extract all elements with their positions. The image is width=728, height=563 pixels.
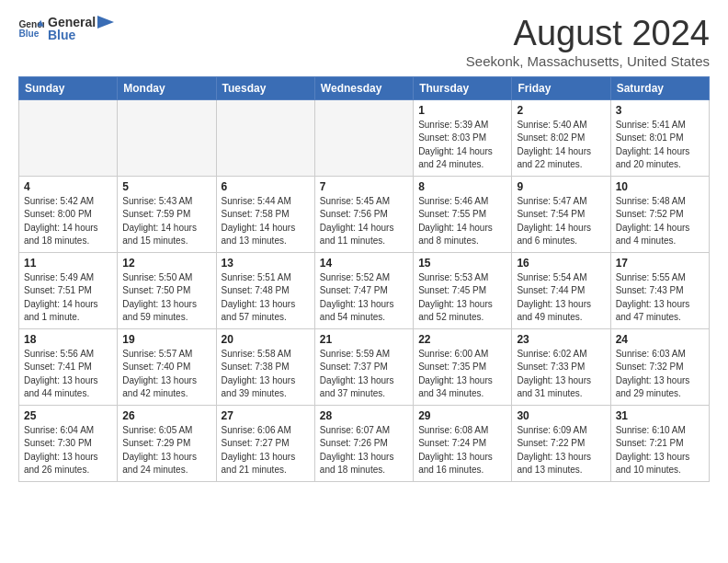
calendar-cell: 17Sunrise: 5:55 AM Sunset: 7:43 PM Dayli… xyxy=(610,252,709,328)
calendar-cell: 15Sunrise: 5:53 AM Sunset: 7:45 PM Dayli… xyxy=(414,252,512,328)
day-header-monday: Monday xyxy=(118,76,216,99)
cell-date: 8 xyxy=(418,180,506,193)
cell-date: 21 xyxy=(320,333,408,346)
calendar-cell xyxy=(314,99,413,176)
cell-info: Sunrise: 5:51 AM Sunset: 7:48 PM Dayligh… xyxy=(222,271,310,325)
cell-info: Sunrise: 5:52 AM Sunset: 7:47 PM Dayligh… xyxy=(320,271,408,325)
calendar-cell: 31Sunrise: 6:10 AM Sunset: 7:21 PM Dayli… xyxy=(610,405,709,481)
day-header-tuesday: Tuesday xyxy=(216,76,314,99)
title-area: August 2024 Seekonk, Massachusetts, Unit… xyxy=(466,15,710,69)
logo-arrow-icon xyxy=(97,16,114,29)
calendar-cell: 6Sunrise: 5:44 AM Sunset: 7:58 PM Daylig… xyxy=(216,176,314,252)
cell-info: Sunrise: 5:54 AM Sunset: 7:44 PM Dayligh… xyxy=(517,271,605,325)
calendar-cell: 19Sunrise: 5:57 AM Sunset: 7:40 PM Dayli… xyxy=(118,328,216,405)
cell-info: Sunrise: 5:48 AM Sunset: 7:52 PM Dayligh… xyxy=(616,195,704,248)
calendar-cell: 10Sunrise: 5:48 AM Sunset: 7:52 PM Dayli… xyxy=(610,176,709,252)
calendar-cell: 12Sunrise: 5:50 AM Sunset: 7:50 PM Dayli… xyxy=(118,252,216,328)
calendar-cell: 29Sunrise: 6:08 AM Sunset: 7:24 PM Dayli… xyxy=(414,405,512,481)
calendar-cell: 22Sunrise: 6:00 AM Sunset: 7:35 PM Dayli… xyxy=(414,328,512,405)
calendar-cell: 9Sunrise: 5:47 AM Sunset: 7:54 PM Daylig… xyxy=(512,176,610,252)
cell-date: 20 xyxy=(222,333,310,346)
cell-date: 22 xyxy=(418,333,506,346)
cell-info: Sunrise: 5:59 AM Sunset: 7:37 PM Dayligh… xyxy=(320,348,408,401)
calendar-cell: 18Sunrise: 5:56 AM Sunset: 7:41 PM Dayli… xyxy=(19,328,118,405)
cell-date: 23 xyxy=(517,333,605,346)
cell-date: 30 xyxy=(517,409,605,422)
cell-info: Sunrise: 6:00 AM Sunset: 7:35 PM Dayligh… xyxy=(418,348,506,401)
cell-date: 24 xyxy=(616,333,704,346)
header: General Blue General Blue August 2024 Se… xyxy=(18,15,710,69)
day-header-thursday: Thursday xyxy=(414,76,512,99)
location-title: Seekonk, Massachusetts, United States xyxy=(466,53,710,69)
calendar-cell xyxy=(19,99,118,176)
week-row-3: 11Sunrise: 5:49 AM Sunset: 7:51 PM Dayli… xyxy=(19,252,710,328)
cell-info: Sunrise: 5:53 AM Sunset: 7:45 PM Dayligh… xyxy=(418,271,506,325)
cell-info: Sunrise: 5:56 AM Sunset: 7:41 PM Dayligh… xyxy=(24,348,112,401)
cell-info: Sunrise: 5:45 AM Sunset: 7:56 PM Dayligh… xyxy=(320,195,408,248)
cell-date: 2 xyxy=(517,104,605,117)
day-header-wednesday: Wednesday xyxy=(314,76,413,99)
calendar-cell xyxy=(118,99,216,176)
calendar-cell xyxy=(216,99,314,176)
logo: General Blue General Blue xyxy=(18,15,114,42)
cell-info: Sunrise: 5:40 AM Sunset: 8:02 PM Dayligh… xyxy=(517,119,605,172)
cell-info: Sunrise: 5:46 AM Sunset: 7:55 PM Dayligh… xyxy=(418,195,506,248)
calendar-table: SundayMondayTuesdayWednesdayThursdayFrid… xyxy=(18,76,710,482)
cell-info: Sunrise: 6:09 AM Sunset: 7:22 PM Dayligh… xyxy=(517,424,605,477)
calendar-cell: 4Sunrise: 5:42 AM Sunset: 8:00 PM Daylig… xyxy=(19,176,118,252)
calendar-cell: 20Sunrise: 5:58 AM Sunset: 7:38 PM Dayli… xyxy=(216,328,314,405)
calendar-cell: 28Sunrise: 6:07 AM Sunset: 7:26 PM Dayli… xyxy=(314,405,413,481)
calendar-cell: 21Sunrise: 5:59 AM Sunset: 7:37 PM Dayli… xyxy=(314,328,413,405)
cell-info: Sunrise: 6:06 AM Sunset: 7:27 PM Dayligh… xyxy=(222,424,310,477)
cell-date: 15 xyxy=(418,257,506,270)
cell-info: Sunrise: 5:57 AM Sunset: 7:40 PM Dayligh… xyxy=(122,348,210,401)
cell-info: Sunrise: 6:02 AM Sunset: 7:33 PM Dayligh… xyxy=(517,348,605,401)
cell-info: Sunrise: 5:43 AM Sunset: 7:59 PM Dayligh… xyxy=(122,195,210,248)
cell-info: Sunrise: 6:08 AM Sunset: 7:24 PM Dayligh… xyxy=(418,424,506,477)
cell-info: Sunrise: 5:44 AM Sunset: 7:58 PM Dayligh… xyxy=(222,195,310,248)
cell-date: 18 xyxy=(24,333,112,346)
week-row-2: 4Sunrise: 5:42 AM Sunset: 8:00 PM Daylig… xyxy=(19,176,710,252)
cell-info: Sunrise: 5:39 AM Sunset: 8:03 PM Dayligh… xyxy=(418,119,506,172)
cell-date: 27 xyxy=(222,409,310,422)
week-row-5: 25Sunrise: 6:04 AM Sunset: 7:30 PM Dayli… xyxy=(19,405,710,481)
week-row-4: 18Sunrise: 5:56 AM Sunset: 7:41 PM Dayli… xyxy=(19,328,710,405)
calendar-cell: 3Sunrise: 5:41 AM Sunset: 8:01 PM Daylig… xyxy=(610,99,709,176)
cell-info: Sunrise: 5:42 AM Sunset: 8:00 PM Dayligh… xyxy=(24,195,112,248)
calendar-header: SundayMondayTuesdayWednesdayThursdayFrid… xyxy=(19,76,710,99)
cell-date: 17 xyxy=(616,257,704,270)
cell-info: Sunrise: 6:07 AM Sunset: 7:26 PM Dayligh… xyxy=(320,424,408,477)
cell-date: 6 xyxy=(222,180,310,193)
calendar-cell: 2Sunrise: 5:40 AM Sunset: 8:02 PM Daylig… xyxy=(512,99,610,176)
calendar-cell: 14Sunrise: 5:52 AM Sunset: 7:47 PM Dayli… xyxy=(314,252,413,328)
cell-date: 4 xyxy=(24,180,112,193)
cell-info: Sunrise: 5:41 AM Sunset: 8:01 PM Dayligh… xyxy=(616,119,704,172)
cell-date: 28 xyxy=(320,409,408,422)
calendar-cell: 24Sunrise: 6:03 AM Sunset: 7:32 PM Dayli… xyxy=(610,328,709,405)
calendar-cell: 23Sunrise: 6:02 AM Sunset: 7:33 PM Dayli… xyxy=(512,328,610,405)
calendar-body: 1Sunrise: 5:39 AM Sunset: 8:03 PM Daylig… xyxy=(19,99,710,481)
cell-info: Sunrise: 5:49 AM Sunset: 7:51 PM Dayligh… xyxy=(24,271,112,325)
cell-date: 1 xyxy=(418,104,506,117)
calendar-cell: 8Sunrise: 5:46 AM Sunset: 7:55 PM Daylig… xyxy=(414,176,512,252)
calendar-cell: 1Sunrise: 5:39 AM Sunset: 8:03 PM Daylig… xyxy=(414,99,512,176)
cell-date: 3 xyxy=(616,104,704,117)
cell-info: Sunrise: 5:55 AM Sunset: 7:43 PM Dayligh… xyxy=(616,271,704,325)
cell-date: 25 xyxy=(24,409,112,422)
cell-info: Sunrise: 5:58 AM Sunset: 7:38 PM Dayligh… xyxy=(222,348,310,401)
calendar-cell: 25Sunrise: 6:04 AM Sunset: 7:30 PM Dayli… xyxy=(19,405,118,481)
cell-info: Sunrise: 6:05 AM Sunset: 7:29 PM Dayligh… xyxy=(122,424,210,477)
week-row-1: 1Sunrise: 5:39 AM Sunset: 8:03 PM Daylig… xyxy=(19,99,710,176)
month-title: August 2024 xyxy=(466,15,710,53)
svg-marker-3 xyxy=(97,16,114,29)
calendar-cell: 26Sunrise: 6:05 AM Sunset: 7:29 PM Dayli… xyxy=(118,405,216,481)
calendar-cell: 30Sunrise: 6:09 AM Sunset: 7:22 PM Dayli… xyxy=(512,405,610,481)
days-row: SundayMondayTuesdayWednesdayThursdayFrid… xyxy=(19,76,710,99)
cell-info: Sunrise: 5:50 AM Sunset: 7:50 PM Dayligh… xyxy=(122,271,210,325)
cell-info: Sunrise: 6:03 AM Sunset: 7:32 PM Dayligh… xyxy=(616,348,704,401)
cell-info: Sunrise: 6:04 AM Sunset: 7:30 PM Dayligh… xyxy=(24,424,112,477)
cell-info: Sunrise: 5:47 AM Sunset: 7:54 PM Dayligh… xyxy=(517,195,605,248)
cell-date: 31 xyxy=(616,409,704,422)
calendar-cell: 5Sunrise: 5:43 AM Sunset: 7:59 PM Daylig… xyxy=(118,176,216,252)
day-header-friday: Friday xyxy=(512,76,610,99)
